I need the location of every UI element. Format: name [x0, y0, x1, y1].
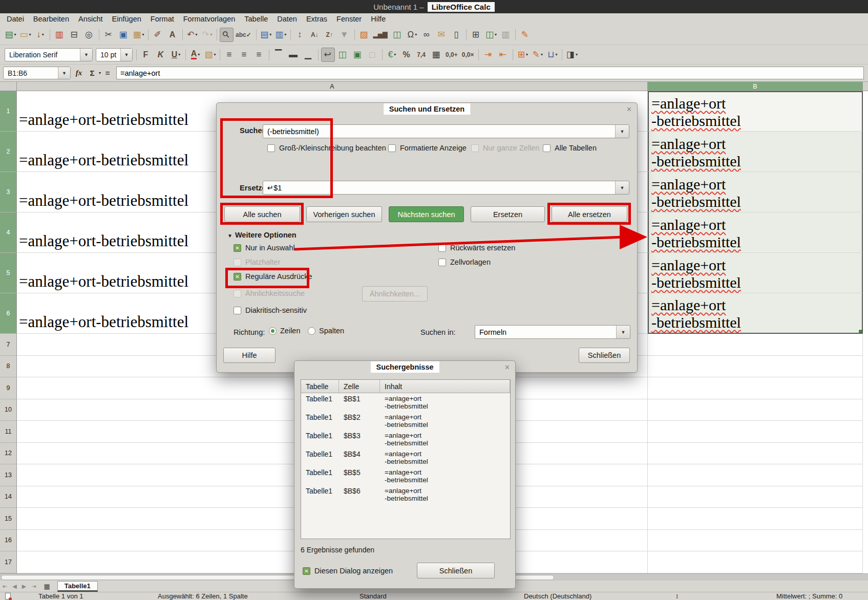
checkbox-diacritic-sensitive[interactable]: Diakritisch-sensitiv: [234, 306, 307, 314]
center-vertically-icon[interactable]: ▬: [287, 48, 301, 62]
cut-icon[interactable]: ✂: [102, 28, 116, 42]
chevron-down-icon[interactable]: ▼: [615, 181, 629, 194]
italic-icon[interactable]: K: [154, 48, 168, 62]
column-header-cell[interactable]: Zelle: [339, 380, 380, 393]
row-header[interactable]: 4: [0, 212, 17, 253]
align-top-icon[interactable]: ▔: [272, 48, 286, 62]
conditional-formatting-icon[interactable]: ◨ ▾: [565, 48, 579, 62]
cell-column-b[interactable]: =anlage+ort -betriebsmittel: [648, 253, 863, 293]
menu-item[interactable]: Einfügen: [108, 13, 146, 25]
insert-chart-icon[interactable]: ▂▅▇: [372, 28, 390, 42]
wrap-text-icon[interactable]: ↩: [321, 48, 335, 62]
row-header[interactable]: 14: [0, 486, 17, 508]
copy-icon[interactable]: ▣: [117, 28, 131, 42]
row-header[interactable]: 3: [0, 172, 17, 212]
result-row[interactable]: Tabelle1 $B$3 =anlage+ort -betriebsmitte…: [301, 430, 510, 448]
equals-icon[interactable]: =: [101, 69, 114, 77]
close-icon[interactable]: ✕: [626, 105, 632, 113]
checkbox-replace-backwards[interactable]: Rückwärts ersetzen: [438, 244, 515, 252]
cell-column-b[interactable]: [648, 377, 863, 399]
show-draw-functions-icon[interactable]: ✎: [518, 28, 532, 42]
sort-descending-icon[interactable]: Z↑: [323, 28, 337, 42]
row-header[interactable]: 9: [0, 377, 17, 399]
menu-item[interactable]: Bearbeiten: [29, 13, 74, 25]
border-style-icon[interactable]: ✎ ▾: [531, 48, 544, 62]
special-character-icon[interactable]: Ω ▾: [405, 28, 419, 42]
row-header[interactable]: 12: [0, 443, 17, 465]
add-decimal-icon[interactable]: 0,0+: [444, 48, 460, 62]
menu-item[interactable]: Ansicht: [74, 13, 108, 25]
sheet-tab-tabelle1[interactable]: Tabelle1: [57, 581, 98, 592]
page-style-status[interactable]: Standard: [359, 592, 387, 600]
chevron-down-icon[interactable]: ▼: [80, 49, 92, 61]
radio-rows[interactable]: Zeilen: [269, 327, 301, 335]
chevron-down-icon[interactable]: ▼: [616, 326, 630, 338]
function-wizard-icon[interactable]: fx: [72, 69, 86, 77]
print-icon[interactable]: ⊟: [68, 28, 81, 42]
search-input[interactable]: [263, 125, 615, 138]
cell-column-b[interactable]: =anlage+ort -betriebsmittel: [648, 132, 863, 172]
search-in-combo[interactable]: ▼: [475, 325, 630, 339]
more-options-expander[interactable]: ▼Weitere Optionen: [227, 231, 297, 239]
menu-item[interactable]: Format: [146, 13, 179, 25]
row-header[interactable]: 5: [0, 253, 17, 293]
row-header[interactable]: 17: [0, 551, 17, 573]
font-name-combo[interactable]: Liberation Serif ▼: [5, 48, 93, 61]
last-sheet-icon[interactable]: ⇥: [29, 583, 38, 590]
number-format-icon[interactable]: 7,4: [415, 48, 429, 62]
sort-ascending-icon[interactable]: A↓: [308, 28, 322, 42]
cell-column-b[interactable]: [648, 508, 863, 530]
checkbox-all-sheets[interactable]: Alle Tabellen: [543, 144, 597, 152]
decrease-indent-icon[interactable]: ⇤: [496, 48, 510, 62]
align-bottom-icon[interactable]: ▁: [302, 48, 315, 62]
split-window-icon[interactable]: ▥: [499, 28, 513, 42]
cell-column-b[interactable]: [648, 486, 863, 508]
checkbox-match-case[interactable]: Groß-/Kleinschreibung beachten: [267, 144, 386, 152]
percent-format-icon[interactable]: %: [400, 48, 414, 62]
sum-icon[interactable]: Σ: [86, 69, 99, 77]
save-icon[interactable]: ↓ ▾: [33, 28, 47, 42]
cell-column-b[interactable]: =anlage+ort -betriebsmittel: [648, 91, 863, 132]
cell-column-b[interactable]: [648, 443, 863, 465]
menu-item[interactable]: Tabelle: [240, 13, 272, 25]
result-row[interactable]: Tabelle1 $B$1 =anlage+ort -betriebsmitte…: [301, 393, 510, 412]
font-color-icon[interactable]: A ▾: [188, 48, 202, 62]
replace-input[interactable]: [263, 181, 615, 194]
cell-column-b[interactable]: [648, 356, 863, 378]
search-in-value[interactable]: [475, 326, 616, 338]
select-all-corner[interactable]: [0, 82, 17, 91]
close-icon[interactable]: ✕: [504, 363, 510, 371]
menu-item[interactable]: Daten: [272, 13, 302, 25]
row-header[interactable]: 15: [0, 508, 17, 530]
menu-item[interactable]: Fenster: [332, 13, 366, 25]
replace-button[interactable]: Ersetzen: [471, 206, 545, 222]
find-all-button[interactable]: Alle suchen: [224, 206, 300, 222]
paste-icon[interactable]: ▦ ▾: [132, 28, 145, 42]
cell-column-b[interactable]: =anlage+ort -betriebsmittel: [648, 293, 863, 334]
freeze-rows-columns-icon[interactable]: ◫ ▾: [484, 28, 498, 42]
row-header[interactable]: 16: [0, 530, 17, 552]
row-header[interactable]: 2: [0, 132, 17, 172]
undo-icon[interactable]: ↶ ▾: [185, 28, 199, 42]
open-icon[interactable]: ▭ ▾: [18, 28, 32, 42]
cell-column-b[interactable]: =anlage+ort -betriebsmittel: [648, 172, 863, 212]
name-box[interactable]: B1:B6 ▼: [3, 67, 71, 79]
checkbox-formatted-display[interactable]: Formatierte Anzeige: [388, 144, 467, 152]
radio-columns[interactable]: Spalten: [308, 327, 344, 335]
checkbox-regular-expressions[interactable]: Reguläre Ausdrücke: [234, 272, 312, 281]
column-header-b[interactable]: B: [648, 82, 863, 91]
next-sheet-icon[interactable]: ▶: [19, 583, 29, 590]
cell-column-b[interactable]: [648, 334, 863, 356]
replace-all-button[interactable]: Alle ersetzen: [552, 206, 627, 222]
language-status[interactable]: Deutsch (Deutschland): [524, 592, 591, 600]
result-row[interactable]: Tabelle1 $B$5 =anlage+ort -betriebsmitte…: [301, 467, 510, 485]
redo-icon[interactable]: ↷ ▾: [200, 28, 214, 42]
insert-comment-icon[interactable]: ✉: [435, 28, 449, 42]
new-document-icon[interactable]: ▤ ▾: [4, 28, 17, 42]
close-button[interactable]: Schließen: [579, 348, 630, 363]
sort-icon[interactable]: ↕: [293, 28, 307, 42]
chevron-down-icon[interactable]: ▼: [120, 49, 132, 61]
previous-sheet-icon[interactable]: ◀: [10, 583, 19, 590]
column-icon[interactable]: ▥ ▾: [274, 28, 288, 42]
clone-formatting-icon[interactable]: ✐: [151, 28, 165, 42]
